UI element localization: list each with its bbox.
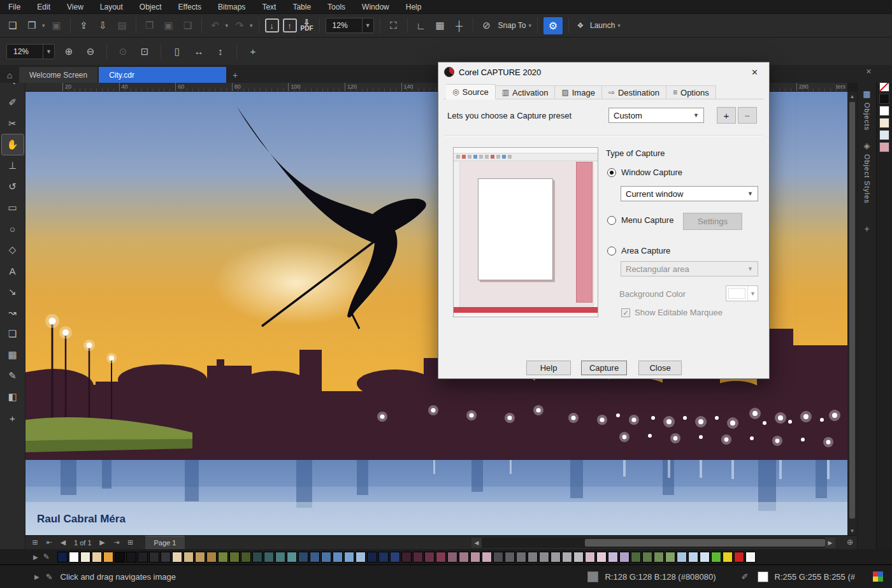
duplicate-icon[interactable]: ❏ — [180, 18, 196, 33]
last-page-icon[interactable]: ⇥ — [111, 538, 122, 547]
open-document-icon[interactable]: ❒ — [24, 18, 40, 33]
new-tab-button[interactable]: + — [227, 67, 243, 83]
color-swatch[interactable] — [195, 552, 205, 563]
dialog-title-bar[interactable]: Corel CAPTURE 2020 — [438, 62, 769, 82]
launch-menu[interactable]: ❖ Launch ▾ — [575, 18, 621, 33]
add-preset-button[interactable]: + — [717, 107, 736, 124]
scroll-left-icon[interactable]: ◀ — [471, 538, 482, 548]
snap-off-icon[interactable]: ⊘ — [479, 18, 494, 33]
show-guidelines-icon[interactable]: ┼ — [452, 18, 467, 33]
dimension-tool[interactable]: ↘ — [2, 282, 24, 302]
publish-pdf-icon[interactable]: ⇩PDF — [301, 19, 313, 32]
undo-dropdown-icon[interactable]: ▾ — [226, 22, 229, 29]
zoom-level-combo-2[interactable]: 12% ▼ — [6, 44, 55, 59]
color-swatch[interactable] — [562, 552, 572, 563]
color-swatch[interactable] — [275, 552, 285, 563]
color-swatch[interactable] — [573, 552, 584, 563]
color-swatch[interactable] — [482, 552, 492, 563]
window-capture-combo[interactable]: Current window ▼ — [621, 186, 758, 201]
paste-icon[interactable]: ▣ — [161, 18, 176, 33]
dialog-tab[interactable]: ≡ Options — [666, 85, 716, 99]
color-swatch[interactable] — [879, 82, 889, 92]
close-docker-icon[interactable]: ✕ — [866, 68, 872, 76]
home-icon[interactable]: ⌂ — [0, 67, 19, 83]
curve-tool[interactable]: ↺ — [2, 176, 24, 197]
next-page-icon[interactable]: ▶ — [97, 538, 108, 547]
export-icon[interactable]: ↑ — [283, 18, 297, 32]
color-swatch[interactable] — [879, 106, 889, 116]
snap-to-label[interactable]: Snap To — [498, 21, 526, 30]
color-swatch[interactable] — [241, 552, 251, 563]
color-swatch[interactable] — [470, 552, 480, 563]
color-swatch[interactable] — [459, 552, 469, 563]
transparency-tool[interactable]: ▦ — [2, 345, 24, 365]
interactive-fill-tool[interactable]: ◧ — [2, 387, 24, 407]
menu-item[interactable]: Tools — [319, 0, 354, 14]
fullscreen-preview-icon[interactable]: ⛶ — [386, 18, 401, 33]
color-swatch[interactable] — [505, 552, 515, 563]
color-swatch[interactable] — [493, 552, 503, 563]
color-swatch[interactable] — [149, 552, 159, 563]
connector-tool[interactable]: ↝ — [2, 303, 24, 323]
add-tool-button[interactable]: + — [2, 408, 24, 428]
scroll-right-icon[interactable]: ▶ — [825, 538, 835, 548]
color-swatch[interactable] — [879, 142, 889, 152]
download-icon[interactable]: ⇩ — [96, 18, 111, 33]
color-swatch[interactable] — [879, 130, 889, 140]
crop-tool[interactable]: ✂ — [2, 113, 24, 134]
color-swatch[interactable] — [631, 552, 641, 563]
new-document-icon[interactable]: ❑ — [5, 18, 20, 33]
color-swatch[interactable] — [608, 552, 618, 563]
area-capture-combo[interactable]: Rectangular area ▼ — [621, 261, 758, 276]
first-page-icon[interactable]: ⇤ — [43, 538, 55, 547]
color-swatch[interactable] — [321, 552, 331, 563]
pan-tool[interactable]: ✋ — [2, 134, 24, 155]
menu-item[interactable]: Text — [254, 0, 284, 14]
color-swatch[interactable] — [161, 552, 171, 563]
color-swatch[interactable] — [654, 552, 664, 563]
preset-combo[interactable]: Custom ▼ — [608, 108, 704, 123]
color-swatch[interactable] — [333, 552, 343, 563]
marquee-checkbox[interactable]: ✓ — [621, 308, 630, 317]
status-expand-icon[interactable]: ▶ — [34, 573, 40, 580]
horizontal-scrollbar-track[interactable] — [482, 538, 825, 548]
dialog-tab[interactable]: ⇨ Destination — [602, 85, 666, 99]
print-icon[interactable]: ▤ — [115, 18, 130, 33]
show-grid-icon[interactable]: ▦ — [433, 18, 448, 33]
color-swatch[interactable] — [413, 552, 423, 563]
color-swatch[interactable] — [264, 552, 274, 563]
color-swatch[interactable] — [550, 552, 561, 563]
color-swatch[interactable] — [172, 552, 182, 563]
zoom-in-icon[interactable]: ⊕ — [61, 44, 76, 59]
color-swatch[interactable] — [57, 552, 68, 563]
add-docker-icon[interactable]: + — [858, 220, 876, 237]
color-swatch[interactable] — [528, 552, 538, 563]
horizontal-scrollbar[interactable]: ◀ ▶ — [471, 538, 835, 548]
menu-item[interactable]: Effects — [170, 0, 210, 14]
redo-dropdown-icon[interactable]: ▾ — [250, 22, 253, 29]
text-tool[interactable]: A — [2, 261, 24, 281]
fill-color-swatch[interactable] — [587, 571, 598, 582]
menu-capture-radio[interactable] — [607, 216, 616, 225]
outline-color-swatch[interactable] — [758, 571, 768, 582]
color-swatch[interactable] — [298, 552, 308, 563]
color-swatch[interactable] — [252, 552, 263, 563]
color-swatch[interactable] — [218, 552, 228, 563]
palette-scroll-left-icon[interactable]: ▶ — [33, 554, 38, 561]
settings-button[interactable]: Settings — [683, 213, 742, 230]
docker-tab-object-styles[interactable]: ◈ Object Styles — [858, 136, 876, 209]
color-swatch[interactable] — [436, 552, 446, 563]
color-swatch[interactable] — [447, 552, 457, 563]
color-swatch[interactable] — [69, 552, 79, 563]
eyedropper-tool[interactable]: ✎ — [2, 366, 24, 386]
color-swatch[interactable] — [688, 552, 698, 563]
redo-icon[interactable]: ↷ — [232, 18, 247, 33]
add-page-icon[interactable]: ⊞ — [29, 538, 41, 547]
window-capture-radio[interactable] — [607, 168, 616, 177]
menu-item[interactable]: View — [59, 0, 92, 14]
undo-icon[interactable]: ↶ — [208, 18, 223, 33]
color-swatch[interactable] — [378, 552, 389, 563]
remove-preset-button[interactable]: − — [738, 107, 757, 124]
import-icon[interactable]: ↓ — [265, 18, 279, 32]
zoom-combo2-dropdown-icon[interactable]: ▼ — [43, 45, 54, 59]
